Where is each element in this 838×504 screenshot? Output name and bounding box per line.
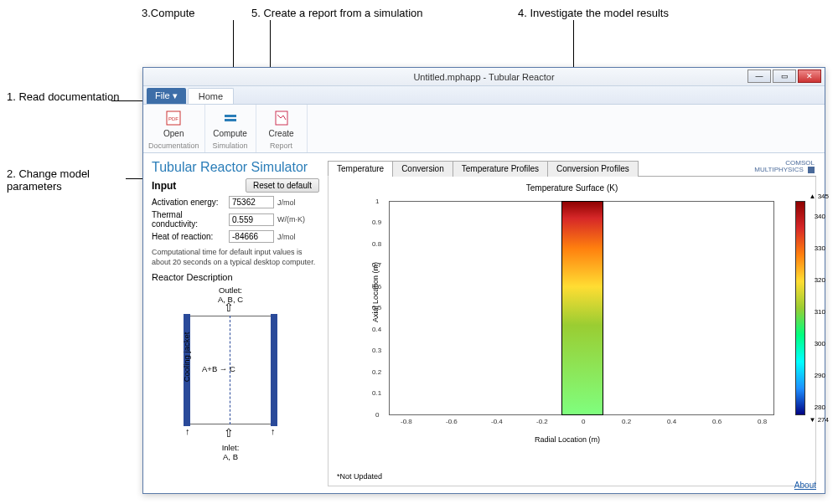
reactor-diagram: Outlet: A, B, C ⇧ Cooling jacket A+B → C… [155, 285, 297, 461]
annotation-2: 2. Change model parameters [7, 167, 132, 193]
y-tick: 0.3 [372, 347, 381, 354]
thermal-conductivity-input[interactable] [229, 213, 274, 226]
jacket-arrow-icon: ↑ [185, 426, 190, 436]
colorbar-tick: 280 [815, 404, 825, 411]
cooling-jacket-label: Cooling jacket [182, 332, 191, 383]
app-title: Tubular Reactor Simulator [152, 160, 319, 175]
colorbar-tick: 340 [815, 213, 825, 220]
inlet-arrow-icon: ⇧ [224, 426, 234, 440]
jacket-arrow-icon: ↑ [271, 426, 276, 436]
colorbar-min: ▼ 274 [810, 416, 830, 424]
colorbar-tick: 290 [815, 372, 825, 379]
param-label: Heat of reaction: [152, 232, 225, 241]
y-tick: 0.1 [372, 389, 381, 397]
input-section-title: Input [152, 180, 176, 192]
right-panel: Temperature Conversion Temperature Profi… [328, 160, 816, 486]
reactor-description-title: Reactor Description [152, 272, 319, 282]
reaction-label: A+B → C [202, 364, 235, 373]
maximize-button[interactable]: ▭ [773, 69, 796, 83]
svg-rect-2 [225, 115, 236, 117]
x-tick: -0.4 [491, 418, 503, 425]
param-label: Activation energy: [152, 198, 225, 207]
colorbar-tick: 320 [815, 276, 825, 284]
compute-icon [221, 109, 240, 127]
ribbon-group-simulation: Compute Simulation [205, 105, 256, 152]
reset-button[interactable]: Reset to default [246, 178, 319, 193]
plot-title: Temperature Surface (K) [335, 183, 809, 193]
tab-conversion[interactable]: Conversion [392, 161, 453, 177]
x-axis-label: Radial Location (m) [535, 435, 600, 444]
file-menu[interactable]: File ▾ [147, 88, 186, 104]
pdf-icon: PDF [164, 109, 183, 127]
y-tick: 0.2 [372, 368, 381, 376]
about-link[interactable]: About [794, 481, 816, 490]
ribbon-group-report: Create Report [256, 105, 308, 152]
param-unit: J/mol [277, 233, 311, 241]
y-axis-label: Axial Location (m) [371, 262, 380, 322]
surface-plot: Axial Location (m) Radial Location (m) 0… [367, 196, 800, 447]
y-tick: 0.7 [372, 261, 381, 269]
param-unit: W/(m·K) [277, 215, 311, 224]
heat-of-reaction-input[interactable] [229, 230, 274, 243]
y-tick: 0.8 [372, 240, 381, 248]
y-tick: 0.4 [372, 326, 381, 333]
param-unit: J/mol [277, 198, 311, 207]
y-tick: 0 [375, 411, 379, 419]
ribbon-group-label: Documentation [148, 141, 199, 151]
titlebar: Untitled.mphapp - Tubular Reactor — ▭ ✕ [143, 68, 825, 86]
window-title: Untitled.mphapp - Tubular Reactor [143, 72, 825, 82]
x-tick: 0.2 [622, 418, 631, 425]
y-tick: 0.6 [372, 283, 381, 291]
x-tick: 0.8 [758, 418, 767, 425]
outlet-arrow-icon: ⇧ [224, 301, 234, 314]
tab-temperature[interactable]: Temperature [328, 161, 393, 177]
menu-strip: File ▾ Home [143, 86, 825, 105]
x-tick: -0.6 [446, 418, 458, 425]
minimize-button[interactable]: — [747, 69, 771, 83]
x-tick: -0.8 [401, 418, 412, 425]
computation-note: Computational time for default input val… [152, 248, 319, 267]
app-window: Untitled.mphapp - Tubular Reactor — ▭ ✕ … [142, 67, 825, 494]
activation-energy-input[interactable] [229, 196, 274, 208]
left-panel: Tubular Reactor Simulator Input Reset to… [152, 160, 319, 486]
colorbar-tick: 330 [815, 244, 825, 252]
create-button[interactable]: Create [261, 106, 302, 141]
ribbon-group-label: Report [270, 141, 292, 151]
tab-conversion-profiles[interactable]: Conversion Profiles [547, 161, 639, 177]
ribbon: PDF Open Documentation Compute Simulatio… [143, 105, 825, 153]
annotation-3: 3.Compute [142, 7, 195, 19]
results-tabs: Temperature Conversion Temperature Profi… [328, 160, 816, 177]
content-area: Tubular Reactor Simulator Input Reset to… [143, 153, 825, 493]
colorbar-max: ▲ 345 [810, 193, 830, 200]
tab-temperature-profiles[interactable]: Temperature Profiles [453, 161, 548, 177]
colorbar-tick: 300 [815, 340, 825, 347]
annotation-4: 4. Investigate the model results [518, 7, 669, 19]
colorbar-tick: 310 [815, 308, 825, 316]
svg-rect-4 [276, 111, 287, 125]
brand-logo: COMSOLMULTIPHYSICS [754, 160, 815, 173]
x-tick: -0.2 [536, 418, 548, 425]
compute-button[interactable]: Compute [210, 106, 251, 141]
report-icon [272, 109, 291, 127]
close-button[interactable]: ✕ [798, 69, 821, 83]
y-tick: 1 [375, 198, 379, 205]
tab-home[interactable]: Home [188, 88, 234, 104]
ribbon-group-label: Simulation [213, 141, 248, 151]
not-updated-label: *Not Updated [337, 472, 382, 481]
x-tick: 0 [582, 418, 585, 425]
cooling-jacket-right [271, 314, 277, 426]
y-tick: 0.9 [372, 219, 381, 226]
annotation-5: 5. Create a report from a simulation [251, 7, 422, 19]
ribbon-group-documentation: PDF Open Documentation [143, 105, 205, 152]
y-tick: 0.5 [372, 304, 381, 311]
svg-text:PDF: PDF [168, 116, 178, 121]
plot-area: Temperature Surface (K) Axial Location (… [328, 177, 816, 486]
param-label: Thermal conductivity: [152, 210, 225, 229]
svg-rect-3 [225, 119, 236, 121]
inlet-label: Inlet: A, B [205, 443, 256, 461]
x-tick: 0.4 [667, 418, 676, 425]
open-button[interactable]: PDF Open [153, 106, 194, 141]
x-tick: 0.6 [712, 418, 722, 425]
